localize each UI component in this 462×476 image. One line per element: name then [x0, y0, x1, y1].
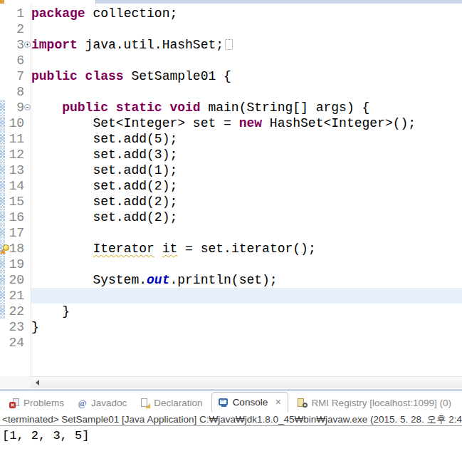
code-line[interactable]: 11 set.add(5);: [0, 131, 462, 147]
code-line[interactable]: 13 set.add(1);: [0, 162, 462, 178]
code-text[interactable]: System.out.println(set);: [31, 272, 462, 288]
code-text[interactable]: set.add(5);: [31, 131, 462, 147]
code-token: }: [31, 320, 39, 334]
field-token: out: [147, 273, 169, 287]
fold-collapse-icon[interactable]: [24, 104, 31, 110]
code-text[interactable]: Iterator it = set.iterator();: [31, 241, 462, 257]
tab-problems[interactable]: ✕Problems: [3, 394, 70, 412]
collapsed-region-box-icon[interactable]: [225, 39, 233, 50]
code-token: java.util.HashSet;: [78, 38, 224, 52]
annotation-ruler-cell[interactable]: [0, 53, 7, 68]
code-text[interactable]: [31, 53, 462, 68]
annotation-ruler-cell[interactable]: [0, 6, 7, 21]
quickdiff-changed-marker: [0, 162, 5, 178]
keyword-token: public class: [31, 69, 124, 83]
annotation-ruler-cell[interactable]: [0, 115, 7, 131]
code-line[interactable]: 15 set.add(2);: [0, 194, 462, 209]
annotation-ruler-cell[interactable]: [0, 131, 7, 147]
annotation-ruler-cell[interactable]: [0, 194, 7, 209]
annotation-ruler-cell[interactable]: [0, 84, 7, 100]
fold-ruler-cell: [24, 178, 31, 194]
tab-console[interactable]: Console✕: [211, 392, 289, 412]
console-output[interactable]: [1, 2, 3, 5]: [0, 426, 462, 476]
code-line[interactable]: 19: [0, 257, 462, 272]
code-line[interactable]: 21: [0, 288, 462, 304]
fold-ruler-cell[interactable]: [24, 37, 31, 53]
code-line[interactable]: 16 set.add(2);: [0, 209, 462, 225]
code-line[interactable]: 24: [0, 335, 462, 351]
code-line[interactable]: 14 set.add(2);: [0, 178, 462, 194]
code-text[interactable]: public static void main(String[] args) {: [31, 100, 462, 115]
code-line[interactable]: 23}: [0, 319, 462, 335]
code-text[interactable]: set.add(1);: [31, 162, 462, 178]
fold-ruler-cell: [24, 115, 31, 131]
fold-ruler-cell: [24, 53, 31, 68]
code-line[interactable]: 2: [0, 21, 462, 37]
annotation-ruler-cell[interactable]: [0, 304, 7, 319]
annotation-ruler-cell[interactable]: [0, 335, 7, 351]
code-text[interactable]: [31, 257, 462, 272]
annotation-ruler-cell[interactable]: [0, 257, 7, 272]
code-line[interactable]: 17: [0, 225, 462, 241]
tab-rmi-registry-localhost-1099-0[interactable]: RMI Registry [localhost:1099] (0): [290, 394, 458, 412]
annotation-ruler-cell[interactable]: [0, 162, 7, 178]
scrollbar-track[interactable]: [31, 376, 462, 388]
code-text[interactable]: import java.util.HashSet;: [31, 37, 462, 53]
code-token: set.add(5);: [31, 132, 177, 146]
code-line[interactable]: 8: [0, 84, 462, 100]
annotation-ruler-cell[interactable]: [0, 100, 7, 115]
annotation-ruler-cell[interactable]: [0, 319, 7, 335]
warning-quickfix-icon[interactable]: [0, 244, 9, 254]
code-line[interactable]: 1package collection;: [0, 6, 462, 21]
code-text[interactable]: set.add(2);: [31, 209, 462, 225]
annotation-ruler-cell[interactable]: [0, 37, 7, 53]
code-token: set.add(2);: [31, 195, 177, 209]
code-line[interactable]: 6: [0, 53, 462, 68]
warning-token: it: [162, 242, 178, 256]
annotation-ruler-cell[interactable]: [0, 272, 7, 288]
close-icon[interactable]: ✕: [275, 398, 281, 406]
line-number: 24: [7, 335, 24, 351]
fold-expand-icon[interactable]: [24, 41, 31, 48]
code-text[interactable]: set.add(2);: [31, 178, 462, 194]
tab-javadoc[interactable]: @Javadoc: [70, 394, 133, 412]
code-text[interactable]: [31, 225, 462, 241]
fold-ruler-cell: [24, 319, 31, 335]
code-text[interactable]: [31, 335, 462, 351]
annotation-ruler-cell[interactable]: [0, 21, 7, 37]
fold-ruler-cell[interactable]: [24, 100, 31, 115]
line-number: 10: [7, 115, 24, 131]
horizontal-scrollbar[interactable]: [0, 376, 462, 388]
code-text[interactable]: package collection;: [31, 6, 462, 21]
code-line[interactable]: 12 set.add(3);: [0, 147, 462, 162]
scroll-left-arrow-icon[interactable]: [36, 380, 39, 386]
code-text[interactable]: Set<Integer> set = new HashSet<Integer>(…: [31, 115, 462, 131]
code-text[interactable]: [31, 288, 462, 304]
annotation-ruler-cell[interactable]: [0, 147, 7, 162]
code-text[interactable]: }: [31, 304, 462, 319]
fold-ruler-cell: [24, 21, 31, 37]
code-line[interactable]: 18 Iterator it = set.iterator();: [0, 241, 462, 257]
code-text[interactable]: [31, 21, 462, 37]
code-line[interactable]: 9 public static void main(String[] args)…: [0, 100, 462, 115]
code-text[interactable]: public class SetSample01 {: [31, 68, 462, 84]
code-line[interactable]: 3import java.util.HashSet;: [0, 37, 462, 53]
annotation-ruler-cell[interactable]: [0, 241, 7, 257]
code-text[interactable]: }: [31, 319, 462, 335]
annotation-ruler-cell[interactable]: [0, 288, 7, 304]
tab-declaration[interactable]: Declaration: [133, 394, 209, 412]
code-text[interactable]: set.add(3);: [31, 147, 462, 162]
annotation-ruler-cell[interactable]: [0, 178, 7, 194]
annotation-ruler-cell[interactable]: [0, 68, 7, 84]
annotation-ruler-cell[interactable]: [0, 209, 7, 225]
code-text[interactable]: [31, 84, 462, 100]
code-line[interactable]: 22 }: [0, 304, 462, 319]
view-sash[interactable]: [0, 389, 462, 391]
code-line[interactable]: 10 Set<Integer> set = new HashSet<Intege…: [0, 115, 462, 131]
code-line[interactable]: 20 System.out.println(set);: [0, 272, 462, 288]
code-token: set.add(3);: [31, 148, 177, 162]
java-editor[interactable]: 1package collection;23import java.util.H…: [0, 4, 462, 376]
annotation-ruler-cell[interactable]: [0, 225, 7, 241]
code-line[interactable]: 7public class SetSample01 {: [0, 68, 462, 84]
code-text[interactable]: set.add(2);: [31, 194, 462, 209]
